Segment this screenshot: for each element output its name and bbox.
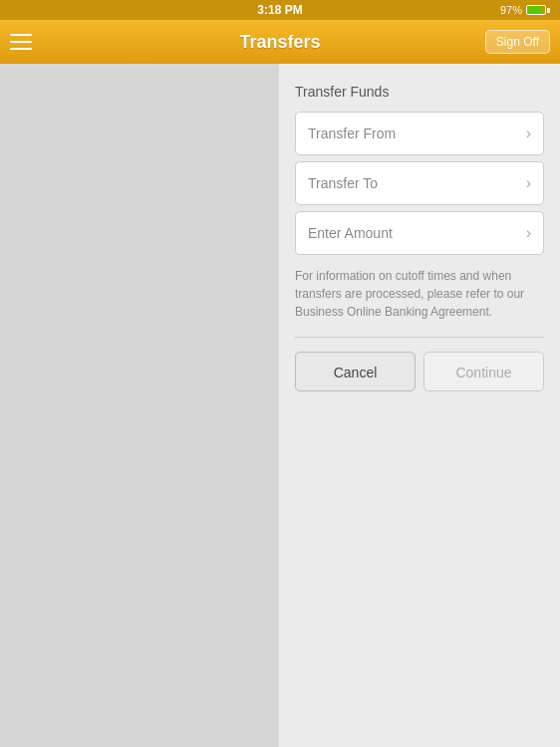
main-content: Transfer Funds Transfer From › Transfer … [0,64,560,747]
info-text: For information on cutoff times and when… [295,267,544,321]
hamburger-icon [10,34,32,36]
transfer-to-label: Transfer To [308,175,378,191]
battery-percent: 97% [500,4,522,16]
cancel-button[interactable]: Cancel [295,352,416,391]
chevron-right-icon: › [526,224,531,242]
chevron-right-icon: › [526,174,531,192]
right-panel: Transfer Funds Transfer From › Transfer … [279,64,560,747]
enter-amount-field[interactable]: Enter Amount › [295,211,544,255]
sign-off-button[interactable]: Sign Off [485,30,550,54]
battery-fill [527,6,542,14]
page-title: Transfers [239,32,320,53]
transfer-from-field[interactable]: Transfer From › [295,112,544,155]
hamburger-icon [10,41,32,43]
enter-amount-label: Enter Amount [308,225,393,241]
status-bar: 3:18 PM 97% [0,0,560,20]
status-time: 3:18 PM [257,3,302,17]
battery-body [526,5,546,15]
continue-button: Continue [423,352,544,391]
nav-bar: Transfers Sign Off [0,20,560,64]
status-right: 97% [500,4,550,16]
chevron-right-icon: › [526,124,531,142]
battery-tip [547,8,550,13]
left-panel [0,64,279,747]
divider [295,337,544,338]
section-title: Transfer Funds [295,84,544,100]
battery-icon [526,5,550,15]
buttons-row: Cancel Continue [295,352,544,391]
hamburger-icon [10,48,32,50]
transfer-from-label: Transfer From [308,125,396,141]
menu-button[interactable] [10,27,40,57]
transfer-to-field[interactable]: Transfer To › [295,161,544,205]
